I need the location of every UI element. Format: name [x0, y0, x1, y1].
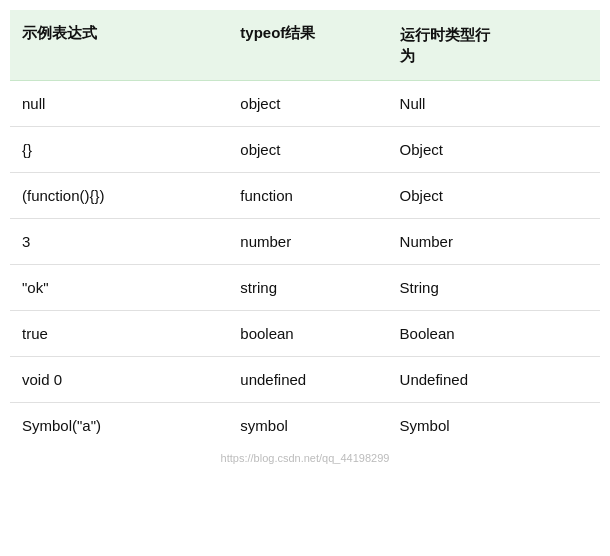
- table-body: nullobjectNull{}objectObject(function(){…: [10, 81, 600, 449]
- typeof-table: 示例表达式 typeof结果 运行时类型行为 nullobjectNull{}o…: [10, 10, 600, 448]
- cell-typeof: string: [228, 265, 387, 311]
- header-example: 示例表达式: [10, 10, 228, 81]
- table-row: {}objectObject: [10, 127, 600, 173]
- header-runtime: 运行时类型行为: [388, 10, 600, 81]
- cell-runtime: String: [388, 265, 600, 311]
- table-row: (function(){})functionObject: [10, 173, 600, 219]
- cell-example: "ok": [10, 265, 228, 311]
- cell-runtime: Undefined: [388, 357, 600, 403]
- cell-runtime: Null: [388, 81, 600, 127]
- cell-example: Symbol("a"): [10, 403, 228, 449]
- table-row: void 0undefinedUndefined: [10, 357, 600, 403]
- table-row: nullobjectNull: [10, 81, 600, 127]
- cell-typeof: number: [228, 219, 387, 265]
- cell-typeof: boolean: [228, 311, 387, 357]
- cell-typeof: object: [228, 127, 387, 173]
- table-row: Symbol("a")symbolSymbol: [10, 403, 600, 449]
- cell-example: void 0: [10, 357, 228, 403]
- watermark: https://blog.csdn.net/qq_44198299: [10, 452, 600, 464]
- cell-runtime: Boolean: [388, 311, 600, 357]
- cell-typeof: undefined: [228, 357, 387, 403]
- main-container: 示例表达式 typeof结果 运行时类型行为 nullobjectNull{}o…: [10, 10, 600, 464]
- cell-typeof: function: [228, 173, 387, 219]
- table-row: "ok"stringString: [10, 265, 600, 311]
- cell-runtime: Object: [388, 127, 600, 173]
- table-row: truebooleanBoolean: [10, 311, 600, 357]
- cell-runtime: Object: [388, 173, 600, 219]
- cell-example: {}: [10, 127, 228, 173]
- cell-typeof: object: [228, 81, 387, 127]
- header-typeof: typeof结果: [228, 10, 387, 81]
- table-header-row: 示例表达式 typeof结果 运行时类型行为: [10, 10, 600, 81]
- table-row: 3numberNumber: [10, 219, 600, 265]
- cell-runtime: Number: [388, 219, 600, 265]
- cell-runtime: Symbol: [388, 403, 600, 449]
- cell-typeof: symbol: [228, 403, 387, 449]
- cell-example: null: [10, 81, 228, 127]
- cell-example: 3: [10, 219, 228, 265]
- cell-example: (function(){}): [10, 173, 228, 219]
- cell-example: true: [10, 311, 228, 357]
